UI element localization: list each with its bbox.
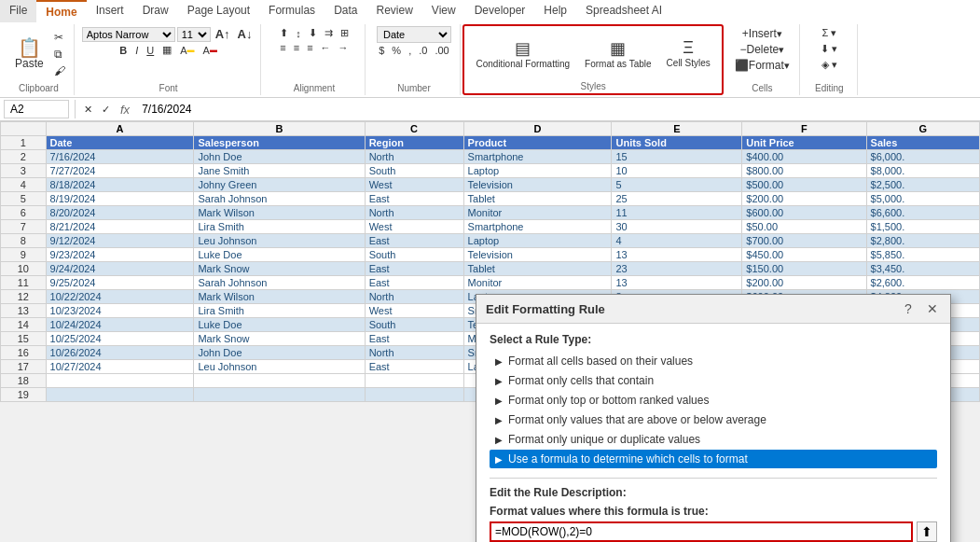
cell-region[interactable]: West xyxy=(365,178,463,192)
cell-styles-button[interactable]: Ξ Cell Styles xyxy=(661,35,716,73)
cell-price[interactable]: $200.00 xyxy=(742,192,866,206)
align-right-btn[interactable]: ≡ xyxy=(304,41,315,54)
row-number[interactable]: 12 xyxy=(1,290,47,304)
cell-units[interactable]: 13 xyxy=(612,276,742,290)
confirm-formula-btn[interactable]: ✓ xyxy=(99,103,113,117)
tab-draw[interactable]: Draw xyxy=(133,0,178,22)
cell-price[interactable]: $450.00 xyxy=(742,248,866,262)
cell-date[interactable]: 9/24/2024 xyxy=(46,262,194,276)
bold-button[interactable]: B xyxy=(117,44,130,57)
cell-sales[interactable]: $2,600. xyxy=(866,276,979,290)
cell-c1[interactable]: Region xyxy=(365,136,463,150)
cell-date[interactable]: 7/27/2024 xyxy=(46,164,194,178)
cell-salesperson[interactable]: Mark Snow xyxy=(194,332,365,346)
tab-home[interactable]: Home xyxy=(36,0,86,22)
border-button[interactable]: ▦ xyxy=(159,43,174,57)
cell-product[interactable]: Smartphone xyxy=(463,220,612,234)
cell-region[interactable]: North xyxy=(365,346,463,360)
cell-date[interactable]: 10/23/2024 xyxy=(46,304,194,318)
font-family-select[interactable]: Aptos Narrow xyxy=(82,27,175,42)
autosum-button[interactable]: Σ ▾ xyxy=(819,26,839,40)
cell-region[interactable]: North xyxy=(365,206,463,220)
cell-product[interactable]: Laptop xyxy=(463,234,612,248)
cell-product[interactable]: Tablet xyxy=(463,262,612,276)
rule-option-5[interactable]: ▶ Use a formula to determine which cells… xyxy=(490,450,937,468)
row-number[interactable]: 19 xyxy=(1,388,47,402)
cell-salesperson[interactable]: Sarah Johnson xyxy=(194,276,365,290)
cell-d1[interactable]: Product xyxy=(463,136,612,150)
clear-button[interactable]: ◈ ▾ xyxy=(819,58,840,72)
align-bottom-btn[interactable]: ⬇ xyxy=(306,26,320,40)
cell-sales[interactable]: $3,450. xyxy=(866,262,979,276)
cell-product[interactable]: Monitor xyxy=(463,206,612,220)
cell-salesperson[interactable]: Lira Smith xyxy=(194,304,365,318)
increase-decimal-btn[interactable]: .0 xyxy=(416,44,430,57)
cell-region[interactable] xyxy=(365,374,463,388)
tab-developer[interactable]: Developer xyxy=(465,0,535,22)
cell-b1[interactable]: Salesperson xyxy=(194,136,365,150)
cell-units[interactable]: 15 xyxy=(612,150,742,164)
cell-price[interactable]: $500.00 xyxy=(742,178,866,192)
cell-date[interactable]: 10/27/2024 xyxy=(46,360,194,374)
row-number[interactable]: 14 xyxy=(1,318,47,332)
row-number[interactable]: 10 xyxy=(1,262,47,276)
row-number[interactable]: 13 xyxy=(1,304,47,318)
cell-f1[interactable]: Unit Price xyxy=(742,136,866,150)
cell-salesperson[interactable]: Mark Wilson xyxy=(194,290,365,304)
cell-salesperson[interactable]: Luke Doe xyxy=(194,248,365,262)
cell-units[interactable]: 11 xyxy=(612,206,742,220)
row-number[interactable]: 11 xyxy=(1,276,47,290)
formula-input[interactable] xyxy=(137,100,976,118)
row-number[interactable]: 4 xyxy=(1,178,47,192)
tab-view[interactable]: View xyxy=(422,0,465,22)
dialog-help-button[interactable]: ? xyxy=(900,300,917,317)
col-header-e[interactable]: E xyxy=(612,122,742,136)
rule-option-3[interactable]: ▶ Format only values that are above or b… xyxy=(490,410,937,429)
col-header-b[interactable]: B xyxy=(194,122,365,136)
cell-product[interactable]: Television xyxy=(463,248,612,262)
fill-color-button[interactable]: A▬ xyxy=(177,44,197,57)
cell-date[interactable]: 8/18/2024 xyxy=(46,178,194,192)
tab-page-layout[interactable]: Page Layout xyxy=(178,0,259,22)
align-middle-btn[interactable]: ↕ xyxy=(293,26,304,40)
format-painter-button[interactable]: 🖌 xyxy=(51,63,68,78)
cell-reference-box[interactable] xyxy=(4,100,69,118)
delete-button[interactable]: − Delete ▾ xyxy=(737,42,787,57)
rule-option-1[interactable]: ▶ Format only cells that contain xyxy=(490,371,937,390)
font-size-select[interactable]: 11 xyxy=(177,27,211,42)
cell-region[interactable]: East xyxy=(365,192,463,206)
cell-region[interactable]: East xyxy=(365,262,463,276)
decrease-decimal-btn[interactable]: .00 xyxy=(432,44,451,57)
cell-sales[interactable]: $2,500. xyxy=(866,178,979,192)
cell-region[interactable] xyxy=(365,388,463,402)
row-number[interactable]: 17 xyxy=(1,360,47,374)
cell-units[interactable]: 10 xyxy=(612,164,742,178)
formula-collapse-button[interactable]: ⬆ xyxy=(917,521,937,542)
comma-btn[interactable]: , xyxy=(406,44,414,57)
row-number[interactable]: 9 xyxy=(1,248,47,262)
cell-region[interactable]: South xyxy=(365,164,463,178)
tab-file[interactable]: File xyxy=(0,0,36,22)
align-center-btn[interactable]: ≡ xyxy=(291,41,302,54)
cell-price[interactable]: $200.00 xyxy=(742,276,866,290)
italic-button[interactable]: I xyxy=(132,44,141,57)
cell-region[interactable]: East xyxy=(365,332,463,346)
cell-salesperson[interactable] xyxy=(194,374,365,388)
row-number[interactable]: 7 xyxy=(1,220,47,234)
cell-region[interactable]: East xyxy=(365,234,463,248)
cell-date[interactable] xyxy=(46,374,194,388)
formula-field[interactable] xyxy=(495,525,907,538)
tab-review[interactable]: Review xyxy=(366,0,421,22)
indent-increase-btn[interactable]: → xyxy=(336,41,352,54)
tab-formulas[interactable]: Formulas xyxy=(259,0,324,22)
rule-option-4[interactable]: ▶ Format only unique or duplicate values xyxy=(490,430,937,449)
cell-sales[interactable]: $1,500. xyxy=(866,220,979,234)
copy-button[interactable]: ⧉ xyxy=(51,47,68,62)
cell-product[interactable]: Monitor xyxy=(463,276,612,290)
cell-salesperson[interactable] xyxy=(194,388,365,402)
cell-product[interactable]: Smartphone xyxy=(463,150,612,164)
wrap-text-btn[interactable]: ⇉ xyxy=(322,26,336,40)
row-number[interactable]: 2 xyxy=(1,150,47,164)
col-header-a[interactable]: A xyxy=(46,122,194,136)
format-button[interactable]: ⬛ Format ▾ xyxy=(732,58,793,73)
